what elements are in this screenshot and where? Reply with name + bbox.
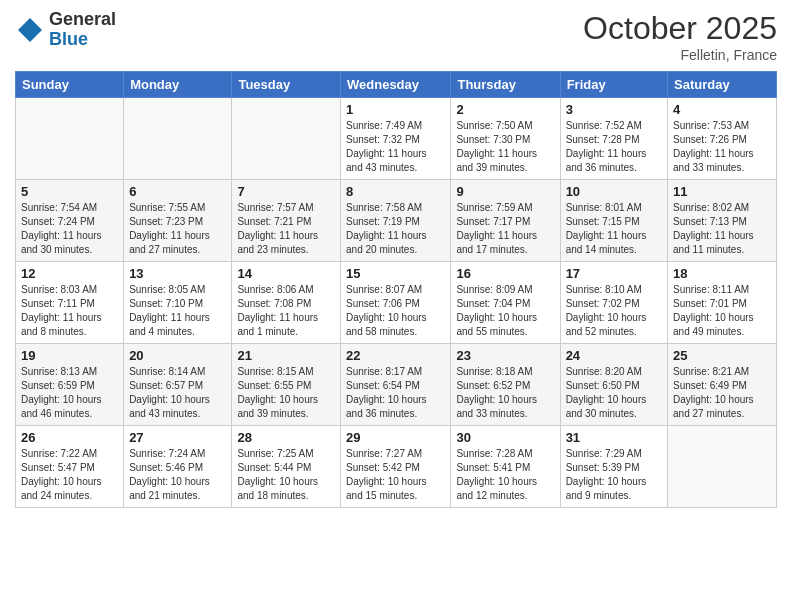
day-number: 31 <box>566 430 662 445</box>
calendar-cell: 23Sunrise: 8:18 AM Sunset: 6:52 PM Dayli… <box>451 344 560 426</box>
calendar-cell: 29Sunrise: 7:27 AM Sunset: 5:42 PM Dayli… <box>341 426 451 508</box>
header-sunday: Sunday <box>16 72 124 98</box>
logo-icon <box>15 15 45 45</box>
logo: General Blue <box>15 10 116 50</box>
day-info: Sunrise: 8:15 AM Sunset: 6:55 PM Dayligh… <box>237 365 335 421</box>
day-number: 27 <box>129 430 226 445</box>
day-number: 20 <box>129 348 226 363</box>
day-number: 30 <box>456 430 554 445</box>
day-info: Sunrise: 7:50 AM Sunset: 7:30 PM Dayligh… <box>456 119 554 175</box>
day-number: 24 <box>566 348 662 363</box>
header-tuesday: Tuesday <box>232 72 341 98</box>
svg-marker-0 <box>18 18 42 42</box>
calendar-cell: 9Sunrise: 7:59 AM Sunset: 7:17 PM Daylig… <box>451 180 560 262</box>
day-info: Sunrise: 8:17 AM Sunset: 6:54 PM Dayligh… <box>346 365 445 421</box>
calendar-cell: 8Sunrise: 7:58 AM Sunset: 7:19 PM Daylig… <box>341 180 451 262</box>
day-info: Sunrise: 7:29 AM Sunset: 5:39 PM Dayligh… <box>566 447 662 503</box>
day-info: Sunrise: 8:18 AM Sunset: 6:52 PM Dayligh… <box>456 365 554 421</box>
day-info: Sunrise: 8:13 AM Sunset: 6:59 PM Dayligh… <box>21 365 118 421</box>
calendar-week-row: 12Sunrise: 8:03 AM Sunset: 7:11 PM Dayli… <box>16 262 777 344</box>
day-info: Sunrise: 8:09 AM Sunset: 7:04 PM Dayligh… <box>456 283 554 339</box>
header-thursday: Thursday <box>451 72 560 98</box>
day-number: 28 <box>237 430 335 445</box>
day-info: Sunrise: 8:07 AM Sunset: 7:06 PM Dayligh… <box>346 283 445 339</box>
day-info: Sunrise: 7:24 AM Sunset: 5:46 PM Dayligh… <box>129 447 226 503</box>
day-number: 26 <box>21 430 118 445</box>
day-info: Sunrise: 7:54 AM Sunset: 7:24 PM Dayligh… <box>21 201 118 257</box>
day-info: Sunrise: 7:49 AM Sunset: 7:32 PM Dayligh… <box>346 119 445 175</box>
day-info: Sunrise: 8:14 AM Sunset: 6:57 PM Dayligh… <box>129 365 226 421</box>
day-number: 4 <box>673 102 771 117</box>
day-number: 23 <box>456 348 554 363</box>
header: General Blue October 2025 Felletin, Fran… <box>15 10 777 63</box>
calendar-cell: 10Sunrise: 8:01 AM Sunset: 7:15 PM Dayli… <box>560 180 667 262</box>
day-number: 19 <box>21 348 118 363</box>
main-container: General Blue October 2025 Felletin, Fran… <box>0 0 792 518</box>
header-monday: Monday <box>124 72 232 98</box>
calendar-cell: 25Sunrise: 8:21 AM Sunset: 6:49 PM Dayli… <box>668 344 777 426</box>
calendar-cell: 3Sunrise: 7:52 AM Sunset: 7:28 PM Daylig… <box>560 98 667 180</box>
calendar-cell <box>124 98 232 180</box>
day-number: 13 <box>129 266 226 281</box>
calendar-cell: 30Sunrise: 7:28 AM Sunset: 5:41 PM Dayli… <box>451 426 560 508</box>
calendar-cell: 13Sunrise: 8:05 AM Sunset: 7:10 PM Dayli… <box>124 262 232 344</box>
day-info: Sunrise: 7:25 AM Sunset: 5:44 PM Dayligh… <box>237 447 335 503</box>
day-info: Sunrise: 8:21 AM Sunset: 6:49 PM Dayligh… <box>673 365 771 421</box>
calendar-cell: 2Sunrise: 7:50 AM Sunset: 7:30 PM Daylig… <box>451 98 560 180</box>
day-number: 7 <box>237 184 335 199</box>
logo-general-text: General <box>49 10 116 30</box>
logo-text: General Blue <box>49 10 116 50</box>
calendar-cell <box>232 98 341 180</box>
day-info: Sunrise: 8:20 AM Sunset: 6:50 PM Dayligh… <box>566 365 662 421</box>
day-info: Sunrise: 7:52 AM Sunset: 7:28 PM Dayligh… <box>566 119 662 175</box>
calendar-cell: 14Sunrise: 8:06 AM Sunset: 7:08 PM Dayli… <box>232 262 341 344</box>
day-number: 25 <box>673 348 771 363</box>
calendar-cell: 16Sunrise: 8:09 AM Sunset: 7:04 PM Dayli… <box>451 262 560 344</box>
day-info: Sunrise: 7:58 AM Sunset: 7:19 PM Dayligh… <box>346 201 445 257</box>
logo-blue-text: Blue <box>49 30 116 50</box>
calendar-cell: 27Sunrise: 7:24 AM Sunset: 5:46 PM Dayli… <box>124 426 232 508</box>
weekday-header-row: Sunday Monday Tuesday Wednesday Thursday… <box>16 72 777 98</box>
day-number: 10 <box>566 184 662 199</box>
day-info: Sunrise: 8:02 AM Sunset: 7:13 PM Dayligh… <box>673 201 771 257</box>
day-number: 14 <box>237 266 335 281</box>
day-number: 1 <box>346 102 445 117</box>
calendar-cell: 26Sunrise: 7:22 AM Sunset: 5:47 PM Dayli… <box>16 426 124 508</box>
calendar-cell: 17Sunrise: 8:10 AM Sunset: 7:02 PM Dayli… <box>560 262 667 344</box>
day-info: Sunrise: 7:28 AM Sunset: 5:41 PM Dayligh… <box>456 447 554 503</box>
day-info: Sunrise: 7:57 AM Sunset: 7:21 PM Dayligh… <box>237 201 335 257</box>
day-info: Sunrise: 8:11 AM Sunset: 7:01 PM Dayligh… <box>673 283 771 339</box>
location: Felletin, France <box>583 47 777 63</box>
calendar-cell <box>16 98 124 180</box>
day-number: 18 <box>673 266 771 281</box>
calendar-cell: 22Sunrise: 8:17 AM Sunset: 6:54 PM Dayli… <box>341 344 451 426</box>
day-number: 17 <box>566 266 662 281</box>
day-number: 3 <box>566 102 662 117</box>
calendar-cell: 5Sunrise: 7:54 AM Sunset: 7:24 PM Daylig… <box>16 180 124 262</box>
calendar-week-row: 19Sunrise: 8:13 AM Sunset: 6:59 PM Dayli… <box>16 344 777 426</box>
calendar-week-row: 1Sunrise: 7:49 AM Sunset: 7:32 PM Daylig… <box>16 98 777 180</box>
header-friday: Friday <box>560 72 667 98</box>
calendar-cell: 18Sunrise: 8:11 AM Sunset: 7:01 PM Dayli… <box>668 262 777 344</box>
day-info: Sunrise: 7:55 AM Sunset: 7:23 PM Dayligh… <box>129 201 226 257</box>
day-number: 22 <box>346 348 445 363</box>
calendar-cell: 21Sunrise: 8:15 AM Sunset: 6:55 PM Dayli… <box>232 344 341 426</box>
day-info: Sunrise: 7:53 AM Sunset: 7:26 PM Dayligh… <box>673 119 771 175</box>
day-info: Sunrise: 7:59 AM Sunset: 7:17 PM Dayligh… <box>456 201 554 257</box>
calendar-cell: 11Sunrise: 8:02 AM Sunset: 7:13 PM Dayli… <box>668 180 777 262</box>
day-number: 11 <box>673 184 771 199</box>
calendar-week-row: 26Sunrise: 7:22 AM Sunset: 5:47 PM Dayli… <box>16 426 777 508</box>
calendar-cell: 12Sunrise: 8:03 AM Sunset: 7:11 PM Dayli… <box>16 262 124 344</box>
calendar-cell: 24Sunrise: 8:20 AM Sunset: 6:50 PM Dayli… <box>560 344 667 426</box>
day-info: Sunrise: 8:06 AM Sunset: 7:08 PM Dayligh… <box>237 283 335 339</box>
day-info: Sunrise: 8:10 AM Sunset: 7:02 PM Dayligh… <box>566 283 662 339</box>
day-number: 12 <box>21 266 118 281</box>
day-info: Sunrise: 8:01 AM Sunset: 7:15 PM Dayligh… <box>566 201 662 257</box>
calendar-cell: 6Sunrise: 7:55 AM Sunset: 7:23 PM Daylig… <box>124 180 232 262</box>
calendar-cell: 28Sunrise: 7:25 AM Sunset: 5:44 PM Dayli… <box>232 426 341 508</box>
calendar-cell: 31Sunrise: 7:29 AM Sunset: 5:39 PM Dayli… <box>560 426 667 508</box>
day-number: 21 <box>237 348 335 363</box>
calendar-week-row: 5Sunrise: 7:54 AM Sunset: 7:24 PM Daylig… <box>16 180 777 262</box>
day-number: 5 <box>21 184 118 199</box>
calendar-cell: 1Sunrise: 7:49 AM Sunset: 7:32 PM Daylig… <box>341 98 451 180</box>
